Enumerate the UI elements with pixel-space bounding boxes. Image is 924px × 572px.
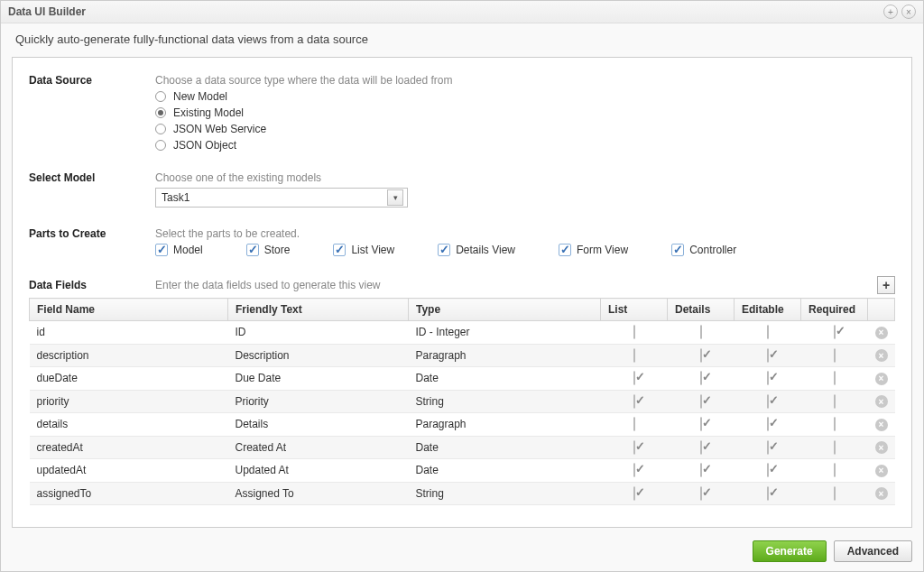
- cell-field-name[interactable]: priority: [30, 390, 228, 413]
- col-required[interactable]: Required: [801, 299, 868, 321]
- checkbox-icon[interactable]: [700, 417, 702, 431]
- cell-field-name[interactable]: details: [30, 413, 228, 437]
- checkbox-icon[interactable]: [834, 486, 836, 501]
- checkbox-icon[interactable]: [633, 371, 635, 385]
- cell-type[interactable]: Date: [409, 436, 601, 459]
- cell-type[interactable]: ID - Integer: [409, 321, 601, 345]
- checkbox-icon[interactable]: [155, 244, 168, 256]
- cell-friendly-text[interactable]: Description: [228, 344, 409, 367]
- select-model-dropdown[interactable]: Task1 ▾: [155, 188, 408, 208]
- data-source-option[interactable]: Existing Model: [155, 106, 895, 119]
- col-details[interactable]: Details: [668, 299, 735, 321]
- checkbox-icon[interactable]: [767, 417, 769, 431]
- table-row[interactable]: updatedAtUpdated AtDate×: [30, 459, 895, 483]
- parts-checkbox-item[interactable]: List View: [333, 244, 394, 256]
- checkbox-icon[interactable]: [834, 440, 836, 455]
- data-source-option[interactable]: JSON Web Service: [155, 123, 895, 135]
- table-row[interactable]: detailsDetailsParagraph×: [30, 413, 895, 437]
- radio-icon[interactable]: [155, 124, 166, 134]
- plus-icon[interactable]: +: [883, 5, 898, 19]
- delete-row-icon[interactable]: ×: [875, 349, 888, 362]
- radio-icon[interactable]: [155, 140, 166, 151]
- checkbox-icon[interactable]: [834, 463, 836, 477]
- checkbox-icon[interactable]: [633, 417, 635, 431]
- cell-friendly-text[interactable]: Assigned To: [228, 482, 409, 505]
- cell-type[interactable]: String: [409, 482, 601, 505]
- checkbox-icon[interactable]: [767, 463, 769, 477]
- table-row[interactable]: assignedToAssigned ToString×: [30, 482, 895, 505]
- checkbox-icon[interactable]: [700, 486, 702, 501]
- checkbox-icon[interactable]: [633, 440, 635, 455]
- cell-type[interactable]: Paragraph: [409, 344, 601, 367]
- parts-checkbox-item[interactable]: Form View: [559, 244, 628, 256]
- checkbox-icon[interactable]: [767, 394, 769, 409]
- checkbox-icon[interactable]: [246, 244, 259, 256]
- close-icon[interactable]: ×: [901, 5, 916, 19]
- checkbox-icon[interactable]: [700, 325, 702, 339]
- checkbox-icon[interactable]: [767, 371, 769, 385]
- parts-checkbox-item[interactable]: Controller: [671, 244, 736, 256]
- col-editable[interactable]: Editable: [735, 299, 801, 321]
- cell-friendly-text[interactable]: Priority: [228, 390, 409, 413]
- checkbox-icon[interactable]: [834, 417, 836, 431]
- delete-row-icon[interactable]: ×: [875, 441, 888, 454]
- checkbox-icon[interactable]: [767, 486, 769, 501]
- generate-button[interactable]: Generate: [753, 540, 827, 562]
- delete-row-icon[interactable]: ×: [875, 419, 888, 431]
- checkbox-icon[interactable]: [633, 486, 635, 501]
- cell-field-name[interactable]: createdAt: [30, 436, 228, 459]
- table-row[interactable]: dueDateDue DateDate×: [30, 367, 895, 391]
- checkbox-icon[interactable]: [700, 371, 702, 385]
- delete-row-icon[interactable]: ×: [875, 373, 888, 385]
- cell-friendly-text[interactable]: Due Date: [228, 367, 409, 391]
- cell-type[interactable]: Date: [409, 367, 601, 391]
- cell-field-name[interactable]: dueDate: [30, 367, 228, 391]
- cell-field-name[interactable]: assignedTo: [30, 482, 228, 505]
- parts-checkbox-item[interactable]: Details View: [438, 244, 515, 256]
- checkbox-icon[interactable]: [633, 348, 635, 363]
- table-row[interactable]: priorityPriorityString×: [30, 390, 895, 413]
- add-field-button[interactable]: +: [877, 276, 895, 294]
- cell-friendly-text[interactable]: Created At: [228, 436, 409, 459]
- checkbox-icon[interactable]: [633, 463, 635, 477]
- table-row[interactable]: createdAtCreated AtDate×: [30, 436, 895, 459]
- delete-row-icon[interactable]: ×: [875, 487, 888, 500]
- checkbox-icon[interactable]: [834, 371, 836, 385]
- checkbox-icon[interactable]: [700, 394, 702, 409]
- table-row[interactable]: descriptionDescriptionParagraph×: [30, 344, 895, 367]
- cell-field-name[interactable]: updatedAt: [30, 459, 228, 483]
- checkbox-icon[interactable]: [333, 244, 346, 256]
- delete-row-icon[interactable]: ×: [875, 327, 888, 339]
- advanced-button[interactable]: Advanced: [834, 540, 912, 562]
- cell-type[interactable]: Paragraph: [409, 413, 601, 437]
- cell-friendly-text[interactable]: ID: [228, 321, 409, 345]
- checkbox-icon[interactable]: [834, 394, 836, 409]
- checkbox-icon[interactable]: [633, 325, 635, 339]
- checkbox-icon[interactable]: [767, 348, 769, 363]
- checkbox-icon[interactable]: [438, 244, 450, 256]
- table-row[interactable]: idIDID - Integer×: [30, 321, 895, 345]
- cell-friendly-text[interactable]: Updated At: [228, 459, 409, 483]
- checkbox-icon[interactable]: [834, 325, 836, 339]
- col-list[interactable]: List: [601, 299, 668, 321]
- checkbox-icon[interactable]: [767, 440, 769, 455]
- checkbox-icon[interactable]: [700, 440, 702, 455]
- checkbox-icon[interactable]: [700, 348, 702, 363]
- chevron-down-icon[interactable]: ▾: [387, 189, 403, 206]
- checkbox-icon[interactable]: [559, 244, 571, 256]
- cell-field-name[interactable]: id: [30, 321, 228, 345]
- checkbox-icon[interactable]: [767, 325, 769, 339]
- cell-field-name[interactable]: description: [30, 344, 228, 367]
- cell-type[interactable]: String: [409, 390, 601, 413]
- radio-icon[interactable]: [155, 107, 166, 118]
- col-field-name[interactable]: Field Name: [30, 299, 228, 321]
- parts-checkbox-item[interactable]: Store: [246, 244, 291, 256]
- parts-checkbox-item[interactable]: Model: [155, 244, 203, 256]
- checkbox-icon[interactable]: [834, 348, 836, 363]
- cell-type[interactable]: Date: [409, 459, 601, 483]
- data-source-option[interactable]: JSON Object: [155, 139, 895, 152]
- cell-friendly-text[interactable]: Details: [228, 413, 409, 437]
- checkbox-icon[interactable]: [700, 463, 702, 477]
- data-source-option[interactable]: New Model: [155, 90, 895, 103]
- checkbox-icon[interactable]: [671, 244, 684, 256]
